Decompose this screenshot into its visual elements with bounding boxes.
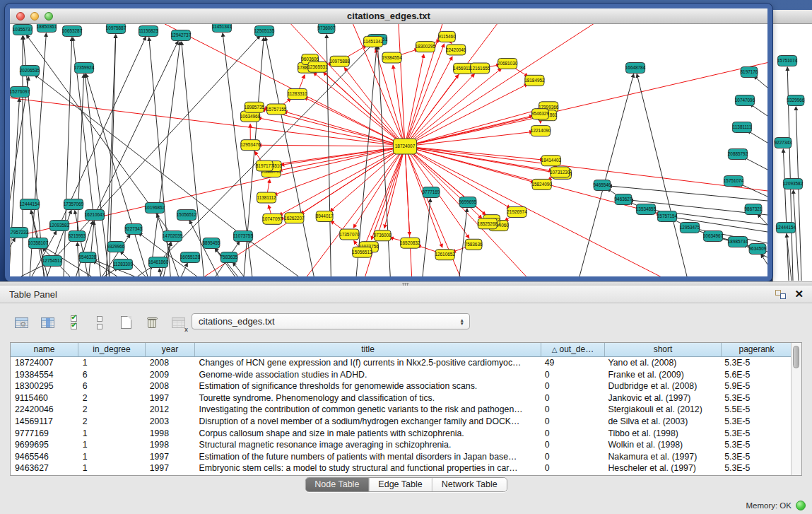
show-columns-button[interactable]: [36, 313, 59, 332]
graph-node[interactable]: 8944017: [316, 211, 334, 222]
table-settings-button[interactable]: ⚙: [10, 313, 33, 332]
graph-node[interactable]: 9546329: [531, 109, 549, 119]
graph-node[interactable]: 9736008: [374, 230, 392, 241]
float-panel-button[interactable]: [775, 290, 786, 299]
graph-node[interactable]: 17357069: [64, 199, 84, 210]
graph-node[interactable]: 9329966: [787, 95, 805, 106]
graph-node[interactable]: 9227343: [125, 224, 143, 235]
network-canvas[interactable]: 1035573718850361106532872020653517359924…: [10, 24, 767, 276]
graph-node[interactable]: 13534855: [636, 204, 657, 215]
graph-node[interactable]: 11451342: [363, 36, 383, 47]
table-selector-dropdown[interactable]: citations_edges.txt ▲▼: [192, 313, 470, 329]
table-row[interactable]: 977716911998Corpus callosum shape and si…: [11, 428, 791, 440]
column-header-in_degree[interactable]: in_degree: [78, 343, 146, 356]
graph-node[interactable]: 10975887: [106, 24, 126, 34]
column-header-pagerank[interactable]: pagerank: [722, 343, 792, 356]
graph-node[interactable]: 8197177: [256, 160, 273, 171]
vertical-scrollbar[interactable]: [791, 343, 801, 475]
graph-node[interactable]: 11156823: [139, 26, 158, 37]
graph-node[interactable]: 9634509: [749, 244, 767, 255]
graph-node[interactable]: 15056512: [177, 210, 197, 221]
graph-node[interactable]: 10196862: [145, 203, 165, 214]
graph-node[interactable]: 11381112: [257, 192, 276, 203]
graph-node[interactable]: 15751074: [777, 56, 798, 66]
graph-node[interactable]: 12610652: [435, 250, 455, 260]
graph-node[interactable]: 10653287: [62, 26, 83, 37]
graph-node[interactable]: 21926974: [507, 206, 527, 217]
graph-node[interactable]: 12754512: [42, 256, 63, 267]
graph-node[interactable]: 12444154: [776, 223, 796, 233]
graph-node[interactable]: 11451341: [212, 24, 232, 33]
graph-node[interactable]: 9736007: [318, 24, 336, 34]
graph-node[interactable]: 17359924: [74, 63, 95, 74]
graph-node[interactable]: 15276097: [10, 87, 30, 98]
column-header-year[interactable]: year: [146, 343, 195, 356]
network-view-window[interactable]: citations_edges.txt 10355737188503611065…: [5, 4, 772, 281]
column-header-name[interactable]: name: [11, 343, 78, 356]
graph-node[interactable]: 12444154: [20, 199, 40, 210]
table-row[interactable]: 1830029562008Estimation of significance …: [11, 380, 791, 392]
graph-node[interactable]: 8197176: [741, 67, 758, 78]
graph-node[interactable]: 15757154: [657, 211, 678, 222]
graph-node[interactable]: 12161655: [470, 63, 490, 74]
graph-node[interactable]: 11073755: [233, 231, 253, 242]
column-header-title[interactable]: title: [195, 343, 541, 356]
graph-node[interactable]: 10358107: [28, 238, 49, 249]
graph-node[interactable]: 18985735: [245, 102, 265, 112]
column-header-short[interactable]: short: [605, 343, 722, 356]
table-row[interactable]: 2242004622012Investigating the contribut…: [11, 404, 791, 416]
graph-node[interactable]: 15056513: [352, 247, 372, 257]
graph-node[interactable]: 8895455: [203, 238, 220, 249]
graph-node[interactable]: 9463627: [615, 194, 632, 205]
delete-column-button[interactable]: [141, 313, 163, 332]
tab-network-table[interactable]: Network Table: [432, 478, 507, 491]
graph-node[interactable]: 10355737: [13, 25, 33, 35]
graph-node[interactable]: 15757155: [266, 104, 287, 115]
graph-node[interactable]: 16262207: [284, 213, 305, 223]
graph-node[interactable]: 10747096: [735, 95, 755, 106]
graph-node[interactable]: 20885792: [728, 149, 748, 160]
table-row[interactable]: 946554611997Estimation of the future num…: [11, 451, 791, 463]
graph-node[interactable]: 18525268: [478, 218, 498, 229]
graph-node[interactable]: 11283310: [288, 88, 307, 99]
graph-node[interactable]: 9546328: [79, 252, 97, 263]
graph-node[interactable]: 12953475: [680, 223, 700, 233]
graph-node[interactable]: 19384554: [382, 52, 402, 63]
graph-node[interactable]: 16210643: [85, 210, 105, 221]
graph-node[interactable]: 18300295: [416, 42, 436, 52]
select-all-button[interactable]: [62, 313, 85, 332]
graph-node[interactable]: 16461860: [148, 257, 169, 268]
graph-node[interactable]: 22420046: [446, 45, 466, 55]
graph-node[interactable]: 12093582: [49, 221, 70, 231]
graph-node[interactable]: 7583636: [465, 239, 483, 250]
graph-node[interactable]: 20206535: [20, 66, 40, 76]
graph-node[interactable]: 14702039: [163, 231, 183, 242]
table-row[interactable]: 969969511998Structural magnetic resonanc…: [11, 439, 791, 451]
column-header-out_de[interactable]: △out_de…: [541, 343, 605, 356]
graph-node[interactable]: 9699695: [459, 197, 477, 208]
graph-node[interactable]: 10747097: [262, 214, 283, 224]
graph-node[interactable]: 12942737: [171, 30, 192, 41]
table-row[interactable]: 1938455462009Genome-wide association stu…: [11, 369, 791, 381]
graph-node[interactable]: 9115460: [438, 31, 456, 42]
background-window-titlebar[interactable]: [773, 10, 812, 24]
table-row[interactable]: 946362711997Embryonic stem cells: a mode…: [11, 462, 791, 474]
graph-node[interactable]: 17357070: [339, 229, 360, 240]
graph-node[interactable]: 18414403: [541, 156, 562, 166]
graph-node[interactable]: 12953476: [240, 140, 261, 151]
window-titlebar[interactable]: citations_edges.txt: [10, 8, 767, 24]
graph-node[interactable]: 16055128: [180, 252, 201, 263]
graph-node[interactable]: 7583635: [220, 252, 238, 263]
graph-node[interactable]: 12505135: [254, 26, 275, 37]
table-row[interactable]: 911546021997Tourette syndrome. Phenomeno…: [11, 392, 791, 404]
graph-node[interactable]: 15824090: [531, 179, 552, 189]
tab-edge-table[interactable]: Edge Table: [368, 478, 431, 491]
graph-node[interactable]: 10634967: [703, 231, 724, 242]
graph-node[interactable]: 20681030: [498, 58, 518, 69]
graph-node[interactable]: 18985734: [728, 237, 748, 247]
graph-node[interactable]: 18184952: [524, 75, 545, 86]
graph-node[interactable]: 16648784: [625, 63, 646, 74]
graph-node[interactable]: 18850361: [37, 24, 57, 33]
graph-node[interactable]: 10731230: [550, 167, 570, 177]
graph-node[interactable]: 16520832: [400, 238, 420, 248]
